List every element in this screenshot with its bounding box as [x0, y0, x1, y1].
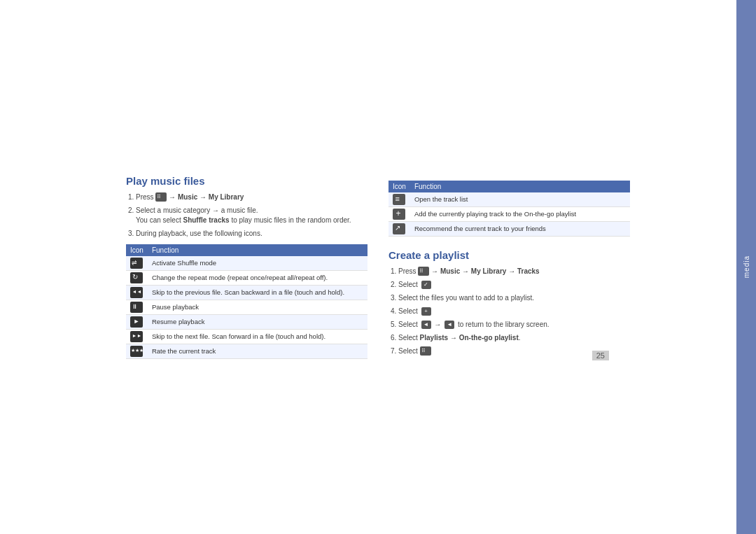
shuffle-icon — [130, 258, 143, 269]
create-playlist-title: Create a playlist — [388, 249, 630, 261]
play-music-step-3: During playback, use the following icons… — [136, 229, 368, 239]
cp-music: Music — [440, 267, 460, 275]
share-icon — [393, 223, 405, 234]
table-row: Skip to the previous file. Scan backward… — [126, 285, 368, 300]
icon-cell-play — [126, 314, 148, 329]
create-playlist-step-3: Select the files you want to add to a pl… — [398, 293, 630, 303]
icon-cell-shuffle — [126, 256, 148, 271]
star-icon — [130, 346, 143, 357]
play-music-step-2: Select a music category → a music file. … — [136, 206, 368, 225]
on-the-go-label: On-the-go playlist — [459, 334, 519, 342]
table-row: Open the track list — [388, 192, 630, 207]
icon-cell-share — [388, 221, 410, 236]
add-icon-inline: + — [421, 307, 431, 316]
cp-tracks: Tracks — [517, 267, 540, 275]
table-row: Resume playback — [126, 314, 368, 329]
playlists-label: Playlists — [420, 334, 449, 342]
table-row: Recommend the current track to your frie… — [388, 221, 630, 236]
create-playlist-step-4: Select + — [398, 307, 630, 316]
play-music-title: Play music files — [126, 175, 368, 187]
side-tab-label: media — [743, 255, 750, 278]
step1-mylibrary: My Library — [209, 193, 244, 201]
icon-cell-prev — [126, 285, 148, 300]
create-playlist-step-2: Select ✓ — [398, 280, 630, 290]
two-column-layout: Play music files Press → Music → My Libr… — [126, 175, 630, 360]
table-row: Add the currently playing track to the O… — [388, 206, 630, 221]
function-cell-repeat: Change the repeat mode (repeat once/repe… — [148, 270, 368, 285]
function-cell-share: Recommend the current track to your frie… — [410, 221, 630, 236]
side-tab: media — [736, 0, 756, 534]
function-cell-star: Rate the current track — [148, 344, 368, 358]
play-music-section: Play music files Press → Music → My Libr… — [126, 175, 368, 360]
step1-music: Music — [178, 193, 197, 201]
repeat-icon — [130, 272, 143, 283]
create-playlist-step-5: Select ◄ → ◄ to return to the library sc… — [398, 320, 630, 330]
table-row: Change the repeat mode (repeat once/repe… — [126, 270, 368, 285]
content-area: Play music files Press → Music → My Libr… — [112, 161, 644, 374]
create-playlist-step-1: Press → Music → My Library → Tracks — [398, 267, 630, 276]
create-playlist-steps: Press → Music → My Library → Tracks Sele… — [388, 267, 630, 356]
next-icon — [130, 331, 143, 342]
table-header-icon: Icon — [126, 244, 148, 256]
playback-screen-icon-table-wrap: Icon Function Open the track list — [388, 181, 630, 237]
menu-icon-3 — [420, 346, 431, 356]
function-cell-pause: Pause playback — [148, 300, 368, 314]
right-table-header-icon: Icon — [388, 181, 410, 192]
back-icon-2: ◄ — [444, 321, 454, 329]
icon-cell-next — [126, 329, 148, 344]
create-playlist-section: Icon Function Open the track list — [388, 175, 630, 360]
table-row: Activate Shuffle mode — [126, 256, 368, 271]
create-playlist-step-6: Select Playlists → On-the-go playlist. — [398, 333, 630, 343]
play-music-steps: Press → Music → My Library Select a musi… — [126, 192, 368, 239]
prev-icon — [130, 287, 143, 298]
function-cell-play: Resume playback — [148, 314, 368, 329]
table-row: Pause playback — [126, 300, 368, 314]
icon-cell-repeat — [126, 270, 148, 285]
page-number: 25 — [592, 351, 609, 360]
table-header-function: Function — [148, 244, 368, 256]
menu-icon — [155, 192, 167, 202]
function-cell-add: Add the currently playing track to the O… — [410, 206, 630, 221]
shuffle-tracks-label: Shuffle tracks — [183, 216, 229, 224]
page-num-box: 25 — [592, 351, 609, 360]
function-cell-list: Open the track list — [410, 192, 630, 207]
function-cell-prev: Skip to the previous file. Scan backward… — [148, 285, 368, 300]
list-icon — [393, 194, 405, 205]
table-row: Rate the current track — [126, 344, 368, 358]
menu-icon-2 — [418, 267, 429, 276]
pause-icon — [130, 302, 143, 313]
right-table-header-function: Function — [410, 181, 630, 192]
cp-mylibrary: My Library — [471, 267, 507, 275]
function-cell-shuffle: Activate Shuffle mode — [148, 256, 368, 271]
page-container: media Play music files Press → Music → M… — [0, 0, 756, 534]
table-row: Skip to the next file. Scan forward in a… — [126, 329, 368, 344]
play-icon — [130, 316, 143, 328]
function-cell-next: Skip to the next file. Scan forward in a… — [148, 329, 368, 344]
icon-cell-list — [388, 192, 410, 207]
play-music-step-1: Press → Music → My Library — [136, 192, 368, 202]
add-icon — [393, 209, 405, 220]
playback-icon-table: Icon Function Activate Shuffle mode — [126, 244, 368, 359]
icon-cell-pause — [126, 300, 148, 314]
checkmark-icon: ✓ — [421, 281, 431, 289]
icon-cell-add — [388, 206, 410, 221]
icon-cell-star — [126, 344, 148, 358]
playback-screen-icon-table: Icon Function Open the track list — [388, 181, 630, 237]
back-icon-1: ◄ — [421, 321, 431, 329]
